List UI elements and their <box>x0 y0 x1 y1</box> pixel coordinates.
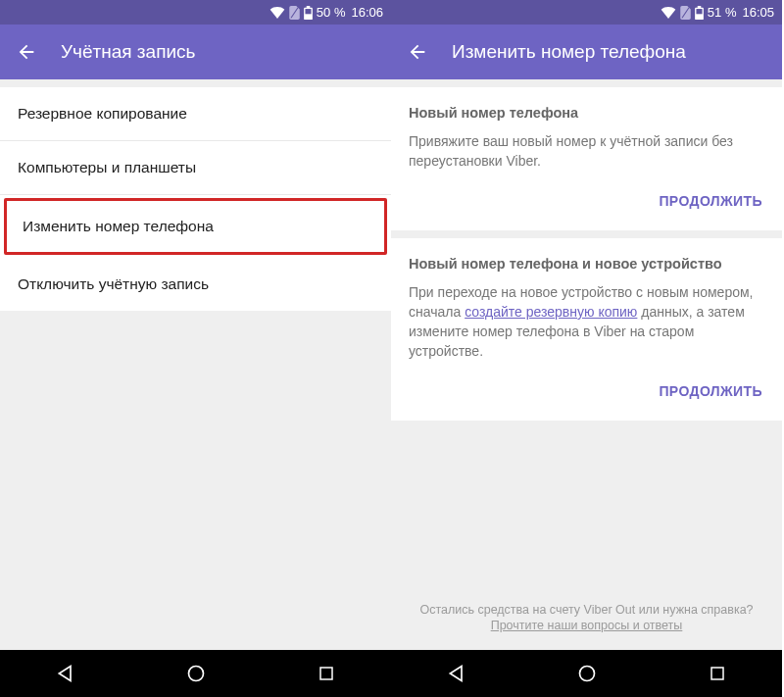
svg-point-4 <box>580 667 595 681</box>
page-title: Учётная запись <box>61 41 195 63</box>
settings-list: Резервное копирование Компьютеры и планш… <box>0 87 391 311</box>
card-action-row: ПРОДОЛЖИТЬ <box>409 172 764 221</box>
nav-home-icon[interactable] <box>558 656 616 691</box>
wifi-icon <box>270 7 285 19</box>
svg-rect-2 <box>320 668 332 679</box>
card-text: Привяжите ваш новый номер к учётной запи… <box>409 131 764 172</box>
list-item-deactivate[interactable]: Отключить учётную запись <box>0 258 391 311</box>
nav-back-icon[interactable] <box>427 656 486 691</box>
nav-recent-icon[interactable] <box>298 657 355 690</box>
clock: 16:05 <box>742 5 774 20</box>
battery-icon <box>695 6 704 20</box>
page-title: Изменить номер телефона <box>452 41 686 63</box>
back-arrow-icon[interactable] <box>407 41 428 63</box>
card-text: При переходе на новое устройство с новым… <box>409 282 764 362</box>
card-action-row: ПРОДОЛЖИТЬ <box>409 362 764 411</box>
svg-rect-5 <box>711 668 723 679</box>
continue-button[interactable]: ПРОДОЛЖИТЬ <box>657 379 764 403</box>
app-bar: Учётная запись <box>0 25 391 79</box>
card-new-number-device: Новый номер телефона и новое устройство … <box>391 238 782 421</box>
create-backup-link[interactable]: создайте резервную копию <box>465 304 637 320</box>
clock: 16:06 <box>351 5 383 20</box>
nav-recent-icon[interactable] <box>689 657 746 690</box>
list-item-label: Изменить номер телефона <box>23 218 214 234</box>
list-item-backup[interactable]: Резервное копирование <box>0 87 391 141</box>
navigation-bar <box>0 650 391 697</box>
sim-icon <box>289 6 300 20</box>
footer-help-text: Остались средства на счету Viber Out или… <box>409 603 764 617</box>
svg-point-1 <box>189 667 204 681</box>
svg-rect-0 <box>305 9 311 14</box>
battery-icon <box>304 6 313 20</box>
battery-percent: 50 % <box>317 5 346 20</box>
phone-screen-left: 50 % 16:06 Учётная запись Резервное копи… <box>0 0 391 697</box>
sim-icon <box>680 6 691 20</box>
nav-home-icon[interactable] <box>167 656 225 691</box>
list-item-computers-tablets[interactable]: Компьютеры и планшеты <box>0 141 391 195</box>
card-title: Новый номер телефона <box>409 105 764 121</box>
list-item-label: Отключить учётную запись <box>18 275 209 292</box>
footer-help: Остались средства на счету Viber Out или… <box>391 591 782 650</box>
svg-rect-3 <box>696 9 702 14</box>
card-title: Новый номер телефона и новое устройство <box>409 256 764 272</box>
navigation-bar <box>391 650 782 697</box>
continue-button[interactable]: ПРОДОЛЖИТЬ <box>657 189 764 213</box>
phone-screen-right: 51 % 16:05 Изменить номер телефона Новый… <box>391 0 782 697</box>
status-bar: 51 % 16:05 <box>391 0 782 25</box>
status-bar: 50 % 16:06 <box>0 0 391 25</box>
nav-back-icon[interactable] <box>36 656 95 691</box>
content-area: Новый номер телефона Привяжите ваш новый… <box>391 79 782 650</box>
list-item-change-number[interactable]: Изменить номер телефона <box>4 198 387 255</box>
battery-percent: 51 % <box>708 5 737 20</box>
list-item-label: Компьютеры и планшеты <box>18 159 196 175</box>
faq-link[interactable]: Прочтите наши вопросы и ответы <box>491 619 683 632</box>
back-arrow-icon[interactable] <box>16 41 37 63</box>
content-area: Резервное копирование Компьютеры и планш… <box>0 79 391 650</box>
card-new-number: Новый номер телефона Привяжите ваш новый… <box>391 87 782 230</box>
app-bar: Изменить номер телефона <box>391 25 782 79</box>
list-item-label: Резервное копирование <box>18 105 187 122</box>
wifi-icon <box>661 7 676 19</box>
